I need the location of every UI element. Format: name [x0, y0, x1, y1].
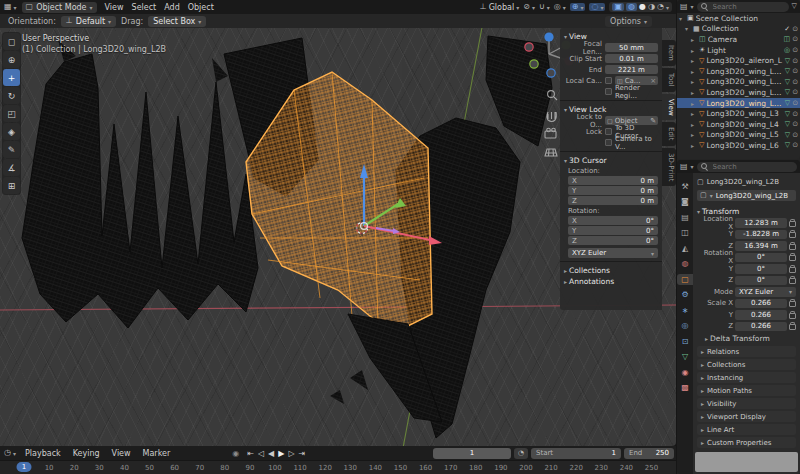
timeline-menu-playback[interactable]: Playback [22, 449, 64, 458]
hide-eye-icon[interactable]: ⊙ [792, 131, 798, 139]
texture-tab[interactable]: ▩ [677, 383, 693, 394]
mesh-data-icon[interactable]: ▽ [785, 110, 790, 118]
frame-start-field[interactable]: Start1 [531, 448, 621, 459]
disclosure-icon[interactable]: ▸ [691, 78, 697, 85]
lock-icon[interactable] [789, 255, 796, 261]
outliner-item-long3d20_wing_l1b[interactable]: ▸▽Long3D20_wing_L1B▽⊙ [677, 77, 800, 88]
lock-icon[interactable] [789, 267, 796, 273]
lock-icon[interactable] [789, 313, 796, 319]
hide-eye-icon[interactable]: ⊙ [792, 67, 798, 75]
options-button[interactable]: Options ▾ [605, 16, 652, 27]
mesh-data-icon[interactable]: ▽ [785, 120, 790, 128]
overlays-toggle[interactable]: ◌▾ [589, 3, 605, 11]
measure-tool-button[interactable]: ∡ [3, 159, 20, 176]
delta-transform-header[interactable]: ▸ Delta Transform [705, 332, 796, 344]
frame-end-field[interactable]: End250 [624, 448, 674, 459]
properties-search[interactable] [697, 162, 797, 172]
perspective-toggle-control[interactable] [545, 149, 557, 156]
outliner-item-long3d20_aileron_l[interactable]: ▸▽Long3D20_aileron_L▽⊙ [677, 55, 800, 66]
cursor-rotation-mode-select[interactable]: XYZ Euler▾ [568, 248, 658, 258]
hide-eye-icon[interactable]: ⊙ [792, 141, 798, 149]
tool-tab[interactable]: ⚒ [677, 181, 693, 192]
lock-to-cursor-checkbox[interactable] [605, 128, 612, 135]
play-button[interactable]: ▶ [277, 449, 285, 458]
outliner-search[interactable] [697, 2, 789, 12]
scale-z-field[interactable]: 0.266 [735, 322, 787, 332]
tab-view[interactable]: View [662, 94, 676, 121]
collection-checkbox[interactable]: ✓ [784, 25, 790, 33]
disclosure-icon[interactable]: ▸ [691, 57, 697, 64]
timeline-ruler[interactable]: 1 10203040506070809010011012013014015016… [0, 460, 676, 474]
physics-tab[interactable]: ◎ [677, 321, 693, 332]
tab-edit[interactable]: Edit [662, 122, 676, 146]
particles-tab[interactable]: ∗ [677, 305, 693, 316]
viewport-3d[interactable]: User Perspective (1) Collection | Long3D… [0, 28, 676, 446]
lock-icon[interactable] [789, 278, 796, 284]
cursor-rotation-y-field[interactable]: Y0° [568, 226, 658, 235]
hide-eye-icon[interactable]: ⊙ [792, 25, 798, 33]
filter-funnel-icon[interactable]: ▽ [792, 3, 797, 10]
cursor-tool-button[interactable]: ⊕ [3, 51, 20, 68]
location-y-field[interactable]: -1.8228 m [735, 230, 787, 240]
render-tab[interactable]: ◙ [677, 197, 693, 208]
scale-y-field[interactable]: 0.266 [735, 310, 787, 320]
jump-to-end-button[interactable]: ⇥ [298, 449, 307, 458]
shading-material-icon[interactable]: ◑ [648, 3, 655, 11]
hide-eye-icon[interactable]: ⊙ [792, 99, 798, 107]
mesh-data-icon[interactable]: ▽ [785, 141, 790, 149]
data-tab[interactable]: ▽ [677, 352, 693, 363]
hide-eye-icon[interactable]: ⊙ [792, 110, 798, 118]
section-instancing[interactable]: ▸Instancing [697, 372, 796, 383]
add-cube-tool-button[interactable]: ⊞ [3, 177, 20, 194]
next-keyframe-button[interactable]: ▷ [287, 449, 295, 458]
snap-dropdown[interactable]: ∪▾ [539, 3, 550, 11]
scene-tab[interactable]: ◭ [677, 243, 693, 254]
modifier-tab[interactable]: ⚙ [677, 290, 693, 301]
timeline-menu-keying[interactable]: Keying [70, 449, 103, 458]
mesh-data-icon[interactable]: ▽ [785, 131, 790, 139]
scale-tool-button[interactable]: ◰ [3, 105, 20, 122]
annotate-tool-button[interactable]: ✎ [3, 141, 20, 158]
cursor-location-y-field[interactable]: Y0 m [568, 186, 658, 195]
transform-tool-button[interactable]: ◈ [3, 123, 20, 140]
section-line-art[interactable]: ▸Line Art [697, 424, 796, 435]
shading-solid-icon[interactable]: ● [639, 3, 646, 11]
mesh-left-wing-stack[interactable] [22, 40, 258, 328]
timeline-menu-view[interactable]: View [109, 449, 134, 458]
section-motion-paths[interactable]: ▸Motion Paths [697, 385, 796, 396]
pan-control[interactable] [547, 112, 556, 122]
lock-icon[interactable] [789, 244, 796, 250]
current-frame-field[interactable]: 1 [433, 448, 511, 459]
world-tab[interactable]: ◍ [677, 259, 693, 270]
play-reverse-button[interactable]: ◀ [267, 449, 275, 458]
mode-dropdown[interactable]: ▢ Object Mode ▾ [22, 2, 97, 13]
outliner-item-long3d20_wing_l6[interactable]: ▸▽Long3D20_wing_L6▽⊙ [677, 140, 800, 151]
section-relations[interactable]: ▸Relations [697, 346, 796, 357]
rotation-x-field[interactable]: 0° [735, 253, 787, 263]
hide-eye-icon[interactable]: ⊙ [792, 88, 798, 96]
previous-keyframe-button[interactable]: ◁ [257, 449, 265, 458]
playhead-current-frame[interactable]: 1 [17, 462, 32, 472]
outliner-item-long3d20_wing_l4[interactable]: ▸▽Long3D20_wing_L4▽⊙ [677, 119, 800, 130]
annotations-section-header[interactable]: ▸Annotations [564, 276, 658, 287]
lock-icon[interactable] [789, 232, 796, 238]
tab-tool[interactable]: Tool [662, 68, 676, 92]
section-custom-properties[interactable]: ▸Custom Properties [697, 437, 796, 448]
view-setting-field[interactable]: 0.01 m [605, 54, 658, 63]
disclosure-icon[interactable]: ▸ [691, 36, 697, 43]
cursor-location-x-field[interactable]: X0 m [568, 176, 658, 185]
outliner-item-camera[interactable]: ▸◫Camera◫⊙ [677, 34, 800, 45]
use-preview-range-button[interactable]: ◔ [514, 448, 528, 459]
rotate-tool-button[interactable]: ↻ [3, 87, 20, 104]
hide-eye-icon[interactable]: ⊙ [792, 78, 798, 86]
cursor-rotation-x-field[interactable]: X0° [568, 216, 658, 225]
view-layer-tab[interactable]: ◫ [677, 228, 693, 239]
object-tab[interactable]: ▢ [677, 274, 693, 285]
material-tab[interactable]: ◉ [677, 367, 693, 378]
outliner-item-long3d20_wing_l2b[interactable]: ▸▽Long3D20_wing_L2B▽⊙ [677, 98, 800, 109]
hide-eye-icon[interactable]: ⊙ [792, 35, 798, 43]
mesh-data-icon[interactable]: ▽ [785, 88, 790, 96]
hide-eye-icon[interactable]: ⊙ [792, 120, 798, 128]
disclosure-icon[interactable]: ▸ [691, 142, 697, 149]
move-tool-button[interactable]: + [3, 69, 20, 86]
